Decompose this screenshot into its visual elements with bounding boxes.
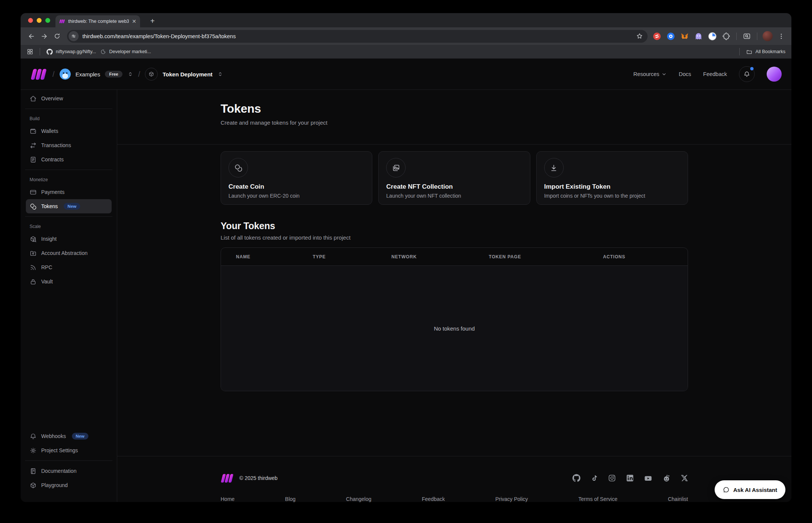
sidebar-item-vault[interactable]: Vault [26, 274, 112, 289]
browser-menu-kebab-icon[interactable] [776, 31, 787, 42]
back-button[interactable] [25, 30, 38, 43]
sidebar-item-payments[interactable]: Payments [26, 185, 112, 199]
sidebar-item-tokens[interactable]: Tokens New [26, 199, 112, 213]
feedback-link[interactable]: Feedback [703, 71, 727, 77]
footer-link-feedback[interactable]: Feedback [422, 496, 445, 502]
sidebar-item-contracts[interactable]: Contracts [26, 152, 112, 167]
apps-grid-icon[interactable] [27, 48, 33, 55]
credit-card-icon [30, 189, 37, 196]
footer-link-chainlist[interactable]: Chainlist [668, 496, 688, 502]
table-empty-state: No tokens found [221, 265, 688, 391]
docs-link[interactable]: Docs [679, 71, 691, 77]
footer-link-blog[interactable]: Blog [285, 496, 296, 502]
tab-title: thirdweb: The complete web3 [68, 19, 129, 24]
tab-search-icon[interactable] [741, 31, 752, 42]
github-icon[interactable] [572, 474, 581, 482]
address-bar[interactable]: thirdweb.com/team/examples/Token-Deploym… [67, 30, 648, 43]
forward-button[interactable] [38, 30, 51, 43]
sidebar-item-transactions[interactable]: Transactions [26, 138, 112, 152]
footer-link-home[interactable]: Home [221, 496, 234, 502]
folder-icon [746, 49, 752, 55]
ask-ai-assistant-button[interactable]: Ask AI Assistant [715, 480, 785, 499]
tiktok-icon[interactable] [590, 474, 598, 482]
sidebar-item-rpc[interactable]: RPC [26, 260, 112, 274]
rss-icon [30, 264, 37, 271]
footer-link-privacy-policy[interactable]: Privacy Policy [495, 496, 528, 502]
browser-tab[interactable]: thirdweb: The complete web3 ✕ [55, 15, 140, 27]
new-tab-button[interactable]: + [147, 16, 158, 26]
bookmark-label: niftyswap.gg/Nifty... [56, 49, 96, 54]
user-avatar[interactable] [767, 67, 782, 82]
project-switcher-chevrons-icon[interactable] [217, 71, 223, 77]
reddit-icon[interactable] [662, 474, 671, 483]
lock-icon [30, 278, 37, 285]
column-header-name: NAME [236, 254, 313, 259]
navbar-actions: Resources Docs Feedback [633, 66, 782, 82]
team-selector[interactable]: Examples [76, 71, 100, 77]
main-content: Tokens Create and manage tokens for your… [117, 90, 791, 502]
create-coin-card[interactable]: Create Coin Launch your own ERC-20 coin [221, 151, 372, 205]
sidebar-item-label: Documentation [41, 468, 76, 474]
import-existing-token-card[interactable]: Import Existing Token Import coins or NF… [536, 151, 688, 205]
folder-dot-icon [30, 250, 37, 257]
extension-blue-icon[interactable] [665, 31, 676, 42]
download-icon [544, 158, 564, 177]
coins-icon [30, 203, 37, 210]
browser-profile-avatar[interactable] [762, 31, 773, 42]
page-subtitle: Create and manage tokens for your projec… [221, 119, 688, 126]
sidebar-item-project-settings[interactable]: Project Settings [26, 443, 112, 457]
column-header-network: NETWORK [391, 254, 489, 259]
minimize-window-button[interactable] [37, 18, 42, 23]
sidebar-item-account-abstraction[interactable]: Account Abstraction [26, 246, 112, 260]
page-header: Tokens Create and manage tokens for your… [117, 90, 791, 145]
create-nft-collection-card[interactable]: Create NFT Collection Launch your own NF… [378, 151, 530, 205]
site-settings-icon[interactable] [69, 31, 79, 41]
youtube-icon[interactable] [644, 474, 652, 483]
sidebar-item-label: Wallets [41, 128, 58, 134]
project-selector[interactable]: Token Deployment [163, 71, 212, 77]
sidebar-item-documentation[interactable]: Documentation [26, 464, 112, 478]
extension-red-icon[interactable] [651, 31, 663, 42]
extensions-puzzle-icon[interactable] [721, 31, 732, 42]
sidebar-item-webhooks[interactable]: Webhooks New [26, 429, 112, 443]
footer-link-terms-of-service[interactable]: Terms of Service [578, 496, 617, 502]
sidebar-divider [25, 460, 112, 461]
footer-link-changelog[interactable]: Changelog [346, 496, 372, 502]
bell-icon [743, 71, 750, 77]
linkedin-icon[interactable] [626, 474, 634, 482]
sidebar-divider [25, 170, 112, 170]
breadcrumb: / Examples Free / Token Deployment [30, 68, 223, 80]
sidebar-item-insight[interactable]: Insight [26, 232, 112, 246]
sidebar-item-wallets[interactable]: Wallets [26, 124, 112, 138]
resources-menu[interactable]: Resources [633, 71, 667, 77]
all-bookmarks-button[interactable]: All Bookmarks [746, 49, 785, 55]
bookmark-label: Developer marketi... [109, 49, 151, 54]
card-title: Create NFT Collection [386, 183, 522, 191]
extension-phantom-icon[interactable] [693, 31, 704, 42]
sidebar-item-label: Insight [41, 236, 57, 242]
sidebar-group-label: Monetize [30, 177, 108, 183]
notifications-button[interactable] [739, 66, 755, 82]
close-tab-icon[interactable]: ✕ [132, 19, 136, 24]
bookmarks-bar: niftyswap.gg/Nifty... Developer marketi.… [21, 45, 791, 59]
sidebar-item-playground[interactable]: Playground [26, 478, 112, 492]
reload-button[interactable] [51, 30, 63, 43]
sidebar-item-label: Account Abstraction [41, 250, 88, 256]
bookmark-niftyswap[interactable]: niftyswap.gg/Nifty... [46, 49, 96, 55]
url-text[interactable]: thirdweb.com/team/examples/Token-Deploym… [82, 33, 632, 39]
github-favicon-icon [46, 49, 53, 55]
bookmark-developer-marketing[interactable]: Developer marketi... [100, 49, 151, 55]
sidebar-divider [25, 216, 112, 217]
bookmark-star-icon[interactable] [636, 33, 643, 40]
sidebar-item-label: Project Settings [41, 447, 78, 453]
sidebar-item-overview[interactable]: Overview [26, 91, 112, 106]
thirdweb-logo-icon[interactable] [30, 69, 48, 80]
team-switcher-chevrons-icon[interactable] [127, 71, 133, 77]
notification-dot [750, 67, 754, 70]
close-window-button[interactable] [28, 18, 33, 23]
extension-clock-icon[interactable] [707, 31, 718, 42]
x-twitter-icon[interactable] [681, 474, 688, 482]
instagram-icon[interactable] [608, 474, 616, 482]
fullscreen-window-button[interactable] [45, 18, 50, 23]
extension-metamask-icon[interactable] [679, 31, 690, 42]
